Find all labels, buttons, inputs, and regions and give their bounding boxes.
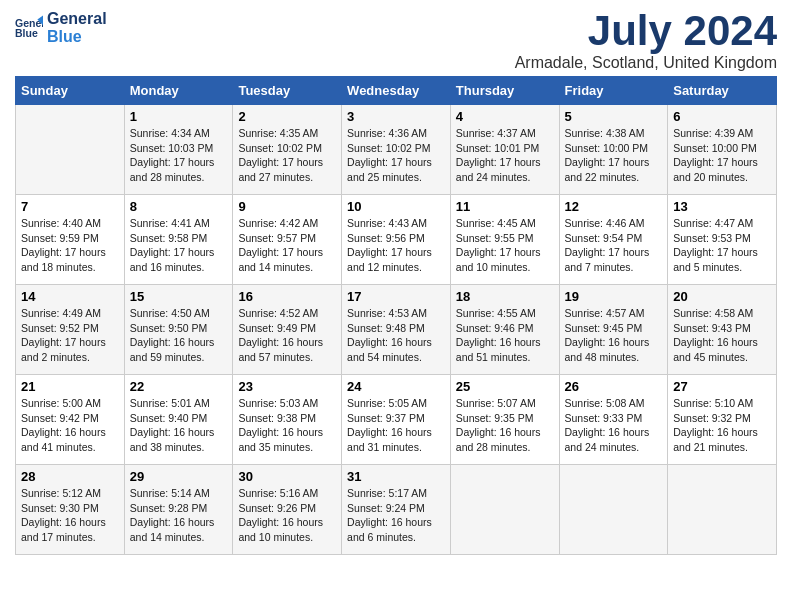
day-number: 7 [21,199,119,214]
calendar-cell: 9Sunrise: 4:42 AM Sunset: 9:57 PM Daylig… [233,195,342,285]
day-info: Sunrise: 4:39 AM Sunset: 10:00 PM Daylig… [673,126,771,185]
day-info: Sunrise: 4:36 AM Sunset: 10:02 PM Daylig… [347,126,445,185]
calendar-cell: 27Sunrise: 5:10 AM Sunset: 9:32 PM Dayli… [668,375,777,465]
day-number: 8 [130,199,228,214]
day-info: Sunrise: 5:10 AM Sunset: 9:32 PM Dayligh… [673,396,771,455]
day-info: Sunrise: 4:58 AM Sunset: 9:43 PM Dayligh… [673,306,771,365]
calendar-cell: 29Sunrise: 5:14 AM Sunset: 9:28 PM Dayli… [124,465,233,555]
calendar-header: SundayMondayTuesdayWednesdayThursdayFrid… [16,77,777,105]
month-title: July 2024 [515,10,777,52]
day-info: Sunrise: 4:52 AM Sunset: 9:49 PM Dayligh… [238,306,336,365]
calendar-cell: 11Sunrise: 4:45 AM Sunset: 9:55 PM Dayli… [450,195,559,285]
calendar-cell: 26Sunrise: 5:08 AM Sunset: 9:33 PM Dayli… [559,375,668,465]
weekday-header: Wednesday [342,77,451,105]
day-number: 3 [347,109,445,124]
calendar-cell: 4Sunrise: 4:37 AM Sunset: 10:01 PM Dayli… [450,105,559,195]
calendar-cell: 6Sunrise: 4:39 AM Sunset: 10:00 PM Dayli… [668,105,777,195]
day-number: 14 [21,289,119,304]
calendar-cell: 8Sunrise: 4:41 AM Sunset: 9:58 PM Daylig… [124,195,233,285]
calendar-cell: 16Sunrise: 4:52 AM Sunset: 9:49 PM Dayli… [233,285,342,375]
day-info: Sunrise: 5:01 AM Sunset: 9:40 PM Dayligh… [130,396,228,455]
day-info: Sunrise: 4:42 AM Sunset: 9:57 PM Dayligh… [238,216,336,275]
day-number: 25 [456,379,554,394]
day-info: Sunrise: 5:16 AM Sunset: 9:26 PM Dayligh… [238,486,336,545]
day-number: 12 [565,199,663,214]
calendar-cell: 24Sunrise: 5:05 AM Sunset: 9:37 PM Dayli… [342,375,451,465]
calendar-cell: 17Sunrise: 4:53 AM Sunset: 9:48 PM Dayli… [342,285,451,375]
day-number: 16 [238,289,336,304]
day-info: Sunrise: 5:07 AM Sunset: 9:35 PM Dayligh… [456,396,554,455]
weekday-header: Sunday [16,77,125,105]
day-number: 13 [673,199,771,214]
day-info: Sunrise: 5:03 AM Sunset: 9:38 PM Dayligh… [238,396,336,455]
day-number: 10 [347,199,445,214]
day-number: 26 [565,379,663,394]
calendar-cell: 15Sunrise: 4:50 AM Sunset: 9:50 PM Dayli… [124,285,233,375]
weekday-header: Thursday [450,77,559,105]
title-block: July 2024 Armadale, Scotland, United Kin… [515,10,777,72]
calendar-cell: 12Sunrise: 4:46 AM Sunset: 9:54 PM Dayli… [559,195,668,285]
day-number: 21 [21,379,119,394]
day-number: 1 [130,109,228,124]
calendar-cell [559,465,668,555]
day-info: Sunrise: 4:55 AM Sunset: 9:46 PM Dayligh… [456,306,554,365]
day-info: Sunrise: 4:46 AM Sunset: 9:54 PM Dayligh… [565,216,663,275]
calendar-cell: 31Sunrise: 5:17 AM Sunset: 9:24 PM Dayli… [342,465,451,555]
svg-text:Blue: Blue [15,27,38,39]
calendar-cell: 13Sunrise: 4:47 AM Sunset: 9:53 PM Dayli… [668,195,777,285]
calendar-cell: 30Sunrise: 5:16 AM Sunset: 9:26 PM Dayli… [233,465,342,555]
day-info: Sunrise: 4:35 AM Sunset: 10:02 PM Daylig… [238,126,336,185]
calendar-cell: 1Sunrise: 4:34 AM Sunset: 10:03 PM Dayli… [124,105,233,195]
calendar-cell [16,105,125,195]
calendar-cell: 23Sunrise: 5:03 AM Sunset: 9:38 PM Dayli… [233,375,342,465]
logo: General Blue General Blue [15,10,107,45]
day-info: Sunrise: 5:00 AM Sunset: 9:42 PM Dayligh… [21,396,119,455]
day-number: 2 [238,109,336,124]
calendar-cell: 20Sunrise: 4:58 AM Sunset: 9:43 PM Dayli… [668,285,777,375]
day-number: 23 [238,379,336,394]
calendar-cell: 25Sunrise: 5:07 AM Sunset: 9:35 PM Dayli… [450,375,559,465]
calendar-cell: 10Sunrise: 4:43 AM Sunset: 9:56 PM Dayli… [342,195,451,285]
calendar-week-row: 14Sunrise: 4:49 AM Sunset: 9:52 PM Dayli… [16,285,777,375]
day-info: Sunrise: 5:17 AM Sunset: 9:24 PM Dayligh… [347,486,445,545]
calendar-cell [450,465,559,555]
day-number: 27 [673,379,771,394]
logo-icon: General Blue [15,14,43,42]
day-info: Sunrise: 4:53 AM Sunset: 9:48 PM Dayligh… [347,306,445,365]
day-info: Sunrise: 4:38 AM Sunset: 10:00 PM Daylig… [565,126,663,185]
day-info: Sunrise: 4:50 AM Sunset: 9:50 PM Dayligh… [130,306,228,365]
day-number: 20 [673,289,771,304]
day-number: 24 [347,379,445,394]
calendar-cell: 7Sunrise: 4:40 AM Sunset: 9:59 PM Daylig… [16,195,125,285]
day-number: 30 [238,469,336,484]
day-info: Sunrise: 4:45 AM Sunset: 9:55 PM Dayligh… [456,216,554,275]
day-info: Sunrise: 5:12 AM Sunset: 9:30 PM Dayligh… [21,486,119,545]
location-title: Armadale, Scotland, United Kingdom [515,54,777,72]
day-number: 31 [347,469,445,484]
calendar-week-row: 7Sunrise: 4:40 AM Sunset: 9:59 PM Daylig… [16,195,777,285]
weekday-header: Monday [124,77,233,105]
weekday-header: Tuesday [233,77,342,105]
calendar-cell: 19Sunrise: 4:57 AM Sunset: 9:45 PM Dayli… [559,285,668,375]
calendar-cell: 18Sunrise: 4:55 AM Sunset: 9:46 PM Dayli… [450,285,559,375]
calendar-cell: 22Sunrise: 5:01 AM Sunset: 9:40 PM Dayli… [124,375,233,465]
calendar-cell: 14Sunrise: 4:49 AM Sunset: 9:52 PM Dayli… [16,285,125,375]
logo-text-line2: Blue [47,28,107,46]
day-info: Sunrise: 5:08 AM Sunset: 9:33 PM Dayligh… [565,396,663,455]
day-number: 29 [130,469,228,484]
day-info: Sunrise: 5:05 AM Sunset: 9:37 PM Dayligh… [347,396,445,455]
day-info: Sunrise: 4:49 AM Sunset: 9:52 PM Dayligh… [21,306,119,365]
day-info: Sunrise: 5:14 AM Sunset: 9:28 PM Dayligh… [130,486,228,545]
calendar-cell: 28Sunrise: 5:12 AM Sunset: 9:30 PM Dayli… [16,465,125,555]
calendar-table: SundayMondayTuesdayWednesdayThursdayFrid… [15,76,777,555]
weekday-header: Friday [559,77,668,105]
day-info: Sunrise: 4:43 AM Sunset: 9:56 PM Dayligh… [347,216,445,275]
calendar-week-row: 1Sunrise: 4:34 AM Sunset: 10:03 PM Dayli… [16,105,777,195]
day-info: Sunrise: 4:57 AM Sunset: 9:45 PM Dayligh… [565,306,663,365]
day-number: 6 [673,109,771,124]
calendar-week-row: 28Sunrise: 5:12 AM Sunset: 9:30 PM Dayli… [16,465,777,555]
day-number: 4 [456,109,554,124]
day-info: Sunrise: 4:47 AM Sunset: 9:53 PM Dayligh… [673,216,771,275]
day-number: 19 [565,289,663,304]
day-info: Sunrise: 4:41 AM Sunset: 9:58 PM Dayligh… [130,216,228,275]
